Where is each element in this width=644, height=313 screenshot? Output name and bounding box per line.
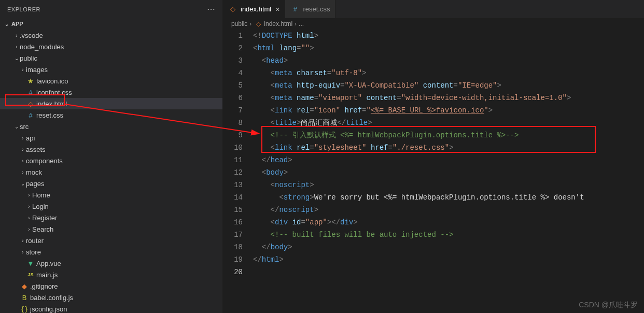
chevron-right-icon: › [249,20,251,27]
watermark: CSDN @爪哇斗罗 [579,301,638,310]
tree-item[interactable]: ⌄pages [0,178,222,189]
explorer-header: EXPLORER ⋯ [0,0,222,18]
tree-item-label: babel.config.js [30,294,73,302]
tree-item[interactable]: ◆.gitignore [0,280,222,292]
code-line[interactable]: <div id="app"></div> [253,216,644,229]
line-number: 12 [223,166,243,179]
tree-item-label: node_modules [20,43,64,51]
tree-item-label: store [26,248,41,256]
code-line[interactable]: <noscript> [253,179,644,191]
chevron-right-icon: › [26,204,32,209]
tree-item-label: reset.css [36,111,63,119]
line-number: 19 [223,253,243,266]
code-line[interactable]: <link rel="icon" href="<%= BASE_URL %>fa… [253,104,644,117]
line-number: 20 [223,266,243,278]
code-line[interactable]: </head> [253,154,644,166]
tab-bar: ◇index.html×#reset.css [223,0,644,18]
tree-item[interactable]: ⌄src [0,121,222,132]
code-line[interactable]: <meta charset="utf-8"> [253,67,644,79]
line-number: 1 [223,30,243,42]
code-line[interactable]: <meta http-equiv="X-UA-Compatible" conte… [253,79,644,92]
code-line[interactable]: <meta name="viewport" content="width=dev… [253,92,644,104]
git-icon: ◆ [20,282,29,290]
code-line[interactable]: <!DOCTYPE html> [253,30,644,42]
code-line[interactable]: <html lang=""> [253,42,644,54]
tree-item[interactable]: ▼App.vue [0,258,222,269]
editor-tab[interactable]: ◇index.html× [223,0,285,18]
tree-item-label: Login [32,203,49,210]
code-line[interactable]: <body> [253,166,644,179]
chevron-down-icon: ⌄ [13,55,20,61]
more-actions-icon[interactable]: ⋯ [207,4,216,14]
code-line[interactable]: <strong>We're sorry but <%= htmlWebpackP… [253,191,644,204]
code-line[interactable]: </body> [253,241,644,253]
tree-item-label: .vscode [20,32,43,39]
tree-item[interactable]: ›components [0,155,222,166]
tree-item-label: public [20,54,37,62]
tree-item[interactable]: ›images [0,64,222,75]
tree-item[interactable]: ›Home [0,189,222,201]
chevron-right-icon: › [20,249,26,255]
chevron-right-icon: › [20,147,26,152]
chevron-right-icon: › [13,44,20,50]
code-line[interactable]: </html> [253,253,644,266]
line-number: 18 [223,241,243,253]
tree-item[interactable]: ›mock [0,166,222,178]
json-icon: {} [20,305,29,313]
close-icon[interactable]: × [275,5,279,13]
line-number: 2 [223,42,243,54]
tree-item[interactable]: {}jsconfig.json [0,303,222,313]
breadcrumb-seg[interactable]: index.html [264,20,292,27]
code-line[interactable]: <!-- built files will be auto injected -… [253,229,644,241]
tree-item[interactable]: ›Search [0,223,222,235]
explorer-title: EXPLORER [7,6,40,12]
css-icon: # [26,89,35,96]
tree-item[interactable]: ›Register [0,212,222,223]
tree-item[interactable]: #iconfont.css [0,87,222,98]
tree-item-label: api [26,134,35,142]
editor-tab[interactable]: #reset.css [285,0,335,18]
html-icon: ◇ [228,5,237,13]
tree-item[interactable]: ›api [0,132,222,144]
tree-item-label: Register [32,214,57,222]
tree-item[interactable]: ›assets [0,144,222,155]
chevron-down-icon: ⌄ [20,181,26,187]
code-line[interactable]: <title>尚品汇商城</title> [253,117,644,129]
file-tree: ›.vscode›node_modules⌄public›images★favi… [0,30,222,313]
line-number: 16 [223,216,243,229]
chevron-right-icon: › [13,33,20,38]
tree-item[interactable]: ›Login [0,201,222,212]
js-icon: JS [26,272,35,277]
tree-item[interactable]: ›router [0,235,222,246]
line-number: 6 [223,92,243,104]
breadcrumb-seg[interactable]: public [231,20,247,27]
tree-item-label: Search [32,225,53,233]
tree-item-label: assets [26,146,46,153]
chevron-right-icon: › [26,192,32,198]
tree-item[interactable]: ◇index.html [0,98,222,109]
tree-item[interactable]: ›node_modules [0,41,222,52]
html-icon: ◇ [26,100,35,108]
tree-item[interactable]: ›store [0,246,222,258]
breadcrumb-seg[interactable]: ... [299,20,304,27]
line-number: 9 [223,129,243,141]
code-line[interactable]: <head> [253,54,644,67]
project-root[interactable]: ⌄ APP [0,18,222,30]
code-editor[interactable]: 1234567891011121314151617181920 <!DOCTYP… [223,30,644,313]
tree-item-label: main.js [36,271,58,279]
tree-item[interactable]: JSmain.js [0,269,222,280]
tree-item[interactable]: ★favicon.ico [0,75,222,87]
tree-item[interactable]: #reset.css [0,109,222,121]
line-number: 10 [223,141,243,154]
tree-item[interactable]: Bbabel.config.js [0,292,222,303]
line-gutter: 1234567891011121314151617181920 [223,30,253,313]
tree-item[interactable]: ⌄public [0,52,222,64]
breadcrumb[interactable]: public › ◇ index.html › ... [223,18,644,30]
code-line[interactable]: </noscript> [253,204,644,216]
html-icon: ◇ [254,20,263,27]
code-line[interactable] [253,266,644,278]
code-line[interactable]: <!-- 引入默认样式 <%= htmlWebpackPlugin.option… [253,129,644,141]
code-body[interactable]: <!DOCTYPE html><html lang=""> <head> <me… [253,30,644,313]
tree-item[interactable]: ›.vscode [0,30,222,41]
code-line[interactable]: <link rel="stylesheet" href="./reset.css… [253,141,644,154]
